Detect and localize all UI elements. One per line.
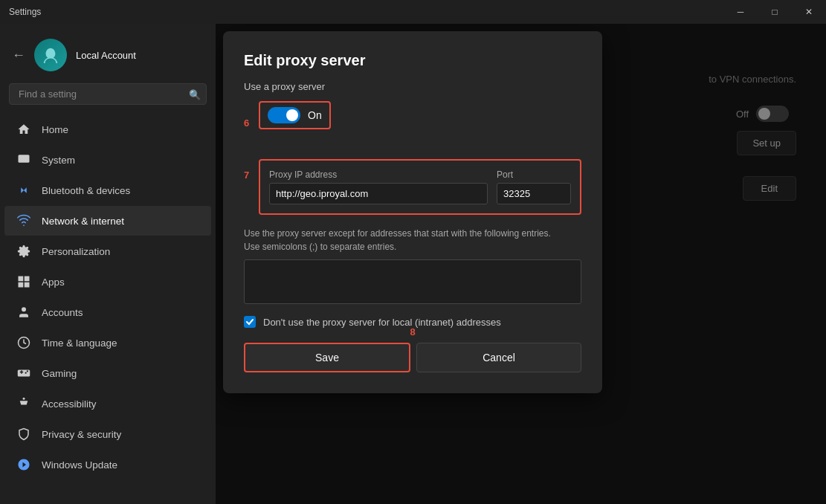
- search-input[interactable]: [9, 83, 207, 105]
- sidebar-label-system: System: [42, 155, 75, 166]
- window-controls: ─ □ ✕: [723, 0, 826, 24]
- svg-rect-2: [19, 277, 24, 282]
- modal-title: Edit proxy server: [244, 52, 581, 69]
- step6-label: 6: [244, 117, 249, 129]
- port-field-label: Port: [497, 169, 571, 180]
- sidebar-item-apps[interactable]: Apps: [4, 267, 211, 297]
- time-icon: [16, 335, 31, 350]
- accounts-icon: [16, 305, 31, 320]
- privacy-icon: [16, 427, 31, 442]
- apps-icon: [16, 274, 31, 289]
- sidebar-label-personalization: Personalization: [42, 246, 110, 257]
- svg-rect-3: [25, 277, 30, 282]
- ip-field-group: Proxy IP address: [269, 169, 488, 204]
- step7-label: 7: [244, 169, 249, 181]
- sidebar-label-windows-update: Windows Update: [42, 459, 117, 471]
- accessibility-icon: [16, 396, 31, 411]
- sidebar-label-home: Home: [42, 124, 68, 135]
- personalization-icon: [16, 244, 31, 259]
- sidebar-item-accounts[interactable]: Accounts: [4, 297, 211, 327]
- bluetooth-icon: [16, 183, 31, 198]
- svg-point-6: [22, 307, 26, 311]
- sidebar-item-system[interactable]: System: [4, 145, 211, 175]
- minimize-button[interactable]: ─: [723, 0, 758, 24]
- svg-rect-5: [25, 282, 30, 288]
- svg-rect-0: [19, 155, 30, 163]
- sidebar-label-network: Network & internet: [42, 216, 124, 227]
- svg-rect-4: [19, 282, 24, 288]
- user-name: Local Account: [76, 50, 136, 61]
- port-field-group: Port: [497, 169, 571, 204]
- search-box: 🔍: [9, 83, 207, 105]
- back-button[interactable]: ←: [12, 48, 25, 63]
- sidebar-item-bluetooth[interactable]: Bluetooth & devices: [4, 175, 211, 205]
- step8-label: 8: [410, 326, 415, 337]
- ip-field-label: Proxy IP address: [269, 169, 488, 180]
- system-icon: [16, 152, 31, 167]
- modal-subtitle: Use a proxy server: [244, 81, 581, 92]
- avatar: [34, 39, 67, 71]
- sidebar-item-network[interactable]: Network & internet: [4, 206, 211, 236]
- checkbox-label: Don't use the proxy server for local (in…: [263, 317, 501, 328]
- search-icon: 🔍: [189, 88, 201, 100]
- proxy-enable-toggle[interactable]: [268, 107, 300, 123]
- local-intranet-checkbox[interactable]: [244, 316, 256, 328]
- sidebar-item-accessibility[interactable]: Accessibility: [4, 389, 211, 419]
- app-layout: ← Local Account 🔍 Home: [0, 24, 826, 504]
- sidebar-label-bluetooth: Bluetooth & devices: [42, 185, 130, 196]
- port-input[interactable]: [497, 183, 571, 204]
- sidebar-item-privacy[interactable]: Privacy & security: [4, 419, 211, 449]
- sidebar-item-personalization[interactable]: Personalization: [4, 236, 211, 266]
- network-icon: [16, 213, 31, 228]
- sidebar-item-time[interactable]: Time & language: [4, 328, 211, 358]
- modal-buttons: 8 Save Cancel: [244, 343, 581, 372]
- modal-overlay: Edit proxy server Use a proxy server 6 O…: [216, 24, 826, 504]
- edit-proxy-dialog: Edit proxy server Use a proxy server 6 O…: [223, 31, 602, 393]
- cancel-button[interactable]: Cancel: [416, 343, 581, 372]
- svg-point-8: [23, 398, 25, 400]
- sidebar-item-gaming[interactable]: Gaming: [4, 358, 211, 388]
- sidebar-item-home[interactable]: Home: [4, 114, 211, 144]
- nav-items: Home System Bluetooth & devices: [0, 111, 216, 504]
- app-title: Settings: [9, 7, 41, 17]
- sidebar-label-privacy: Privacy & security: [42, 429, 121, 440]
- main-content: Network & internet > Proxy to VPN connec…: [216, 24, 826, 504]
- proxy-fields-row: Proxy IP address Port: [269, 169, 571, 204]
- sidebar: ← Local Account 🔍 Home: [0, 24, 216, 504]
- exception-textarea[interactable]: [244, 259, 581, 304]
- sidebar-label-time: Time & language: [42, 337, 117, 349]
- sidebar-label-apps: Apps: [42, 277, 65, 288]
- update-icon: [16, 457, 31, 472]
- exception-description: Use the proxy server except for addresse…: [244, 227, 581, 253]
- maximize-button[interactable]: □: [758, 0, 792, 24]
- titlebar: Settings ─ □ ✕: [0, 0, 826, 24]
- toggle-on-label: On: [308, 109, 322, 121]
- sidebar-label-accessibility: Accessibility: [42, 398, 97, 410]
- save-button[interactable]: Save: [244, 343, 410, 372]
- proxy-ip-input[interactable]: [269, 183, 488, 204]
- proxy-toggle-knob: [286, 109, 298, 121]
- sidebar-label-accounts: Accounts: [42, 307, 83, 318]
- home-icon: [16, 122, 31, 137]
- proxy-toggle-row: On: [259, 101, 331, 129]
- sidebar-item-windows-update[interactable]: Windows Update: [4, 450, 211, 479]
- gaming-icon: [16, 366, 31, 381]
- user-section: ← Local Account: [0, 24, 216, 83]
- sidebar-label-gaming: Gaming: [42, 368, 77, 379]
- close-button[interactable]: ✕: [792, 0, 826, 24]
